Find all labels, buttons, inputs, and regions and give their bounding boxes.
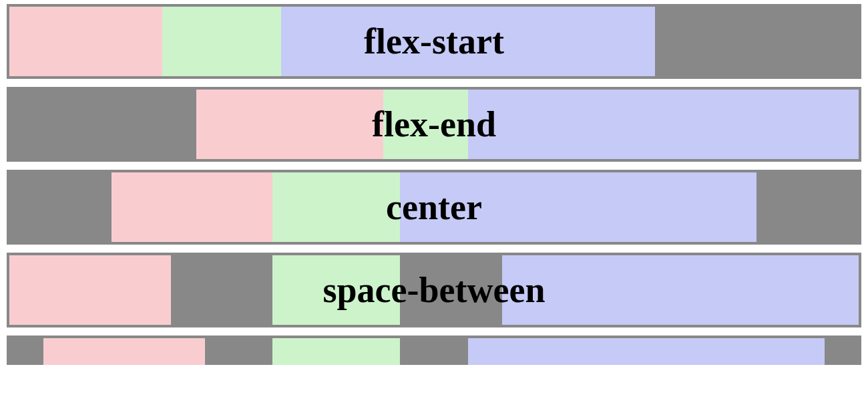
row-space-around [7,336,861,365]
row-center: center [7,170,861,245]
flex-item-blue [281,7,655,76]
flex-item-blue [468,90,859,159]
flex-track [9,172,859,242]
flex-item-pink [9,255,171,325]
flex-track [9,255,859,325]
flex-item-pink [112,172,273,242]
flex-item-blue [400,172,756,242]
flex-item-green [272,255,400,325]
flex-item-green [162,7,281,76]
row-flex-end: flex-end [7,87,861,162]
flex-track [9,7,859,76]
flex-item-pink [9,7,162,76]
flex-track [9,90,859,159]
flex-item-green [272,338,400,365]
flex-item-blue [468,338,825,365]
flex-item-green [383,90,468,159]
flex-item-pink [43,338,205,365]
flex-item-blue [502,255,859,325]
flex-track [9,338,859,365]
row-space-between: space-between [7,253,861,327]
flex-item-green [272,172,400,242]
flex-item-pink [196,90,383,159]
justify-content-diagram: flex-start flex-end center space-between [0,0,868,365]
row-flex-start: flex-start [7,4,861,79]
